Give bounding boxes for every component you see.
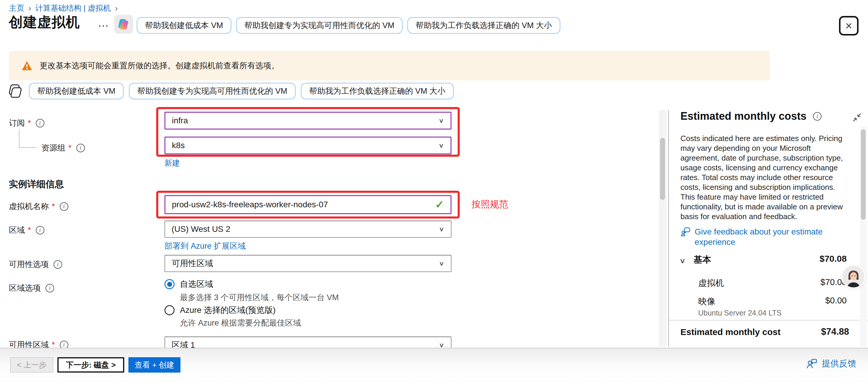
- subscription-label-text: 订阅: [9, 118, 25, 128]
- zone-option-azure-select[interactable]: Azure 选择的区域(预览版): [164, 304, 276, 316]
- header-copilot-buttons: 帮助我创建低成本 VM 帮助我创建专为实现高可用性而优化的 VM 帮助我为工作负…: [137, 17, 560, 34]
- chevron-down-icon: ∨: [438, 117, 444, 125]
- copilot-button[interactable]: [114, 15, 133, 34]
- cost-row-label: 虚拟机: [698, 277, 724, 289]
- cost-group-value: $70.08: [769, 254, 847, 264]
- suggestion-vm-size-button[interactable]: 帮助我为工作负载选择正确的 VM 大小: [301, 83, 454, 99]
- assistant-avatar[interactable]: [842, 265, 864, 287]
- valid-check-icon: ✓: [435, 198, 444, 211]
- breadcrumb-separator-icon: ›: [115, 4, 118, 13]
- chevron-down-icon: ∨: [439, 260, 444, 267]
- cost-divider: [669, 320, 868, 321]
- review-create-button[interactable]: 查看 + 创建: [128, 357, 181, 373]
- estimate-feedback-text: Give feedback about your estimate experi…: [695, 226, 848, 247]
- info-icon[interactable]: i: [45, 284, 54, 292]
- zone-option-self-select-label: 自选区域: [180, 279, 213, 290]
- vm-name-label: 虚拟机名称* i: [9, 201, 68, 212]
- person-feedback-icon: [806, 358, 818, 369]
- create-new-resource-group-link[interactable]: 新建: [164, 158, 180, 168]
- breadcrumb: 主页 › 计算基础结构 | 虚拟机 ›: [9, 3, 118, 13]
- next-step-disks-button[interactable]: 下一步: 磁盘 >: [57, 357, 124, 373]
- cost-group-label[interactable]: 基本: [693, 254, 711, 266]
- warning-banner: 更改基本选项可能会重置所做的选择。创建虚拟机前查看所有选项。: [9, 51, 770, 81]
- copilot-outline-icon: [6, 82, 24, 100]
- subscription-value: infra: [172, 116, 188, 125]
- info-icon[interactable]: i: [36, 119, 44, 127]
- field-connector-line: [19, 130, 20, 148]
- info-icon[interactable]: i: [813, 112, 822, 121]
- info-icon[interactable]: i: [60, 202, 68, 211]
- feedback-bubbles-icon: [680, 226, 691, 237]
- region-select[interactable]: (US) West US 2 ∨: [164, 221, 452, 238]
- info-icon[interactable]: i: [36, 226, 44, 234]
- zone-options-label: 区域选项 i: [9, 283, 54, 293]
- required-mark: *: [28, 226, 31, 235]
- cost-panel-description: Costs indicated here are estimates only.…: [680, 134, 849, 222]
- cost-row-label: 映像: [698, 296, 715, 308]
- chevron-down-icon[interactable]: ∨: [679, 257, 686, 265]
- resource-group-select[interactable]: k8s ∨: [164, 137, 452, 154]
- breadcrumb-virtual-machines[interactable]: 计算基础结构 | 虚拟机: [35, 3, 111, 13]
- region-label-text: 区域: [9, 225, 25, 235]
- previous-step-button[interactable]: < 上一步: [10, 357, 53, 373]
- collapse-panel-icon[interactable]: [852, 113, 862, 124]
- resource-group-label: 资源组* i: [41, 142, 85, 153]
- close-button[interactable]: ×: [839, 16, 859, 35]
- wizard-footer: < 上一步 下一步: 磁盘 > 查看 + 创建 提供反馈: [0, 348, 868, 385]
- cost-panel-header: Estimated monthly costs i: [680, 110, 822, 122]
- vm-name-value: prod-usw2-k8s-freeleaps-worker-nodes-07: [172, 200, 328, 210]
- zone-option-self-select[interactable]: 自选区域: [164, 279, 213, 290]
- region-label: 区域* i: [9, 225, 44, 235]
- region-value: (US) West US 2: [172, 224, 230, 234]
- instance-details-section-header: 实例详细信息: [9, 178, 64, 190]
- radio-unselected-icon: [164, 305, 175, 315]
- availability-options-select[interactable]: 可用性区域 ∨: [164, 255, 452, 272]
- subscription-label: 订阅* i: [9, 118, 44, 128]
- availability-options-value: 可用性区域: [172, 258, 213, 269]
- info-icon[interactable]: i: [54, 260, 62, 269]
- cost-row-value: $70.08: [769, 277, 847, 287]
- more-options-icon[interactable]: …: [98, 17, 110, 29]
- required-mark: *: [52, 202, 55, 211]
- radio-selected-icon: [164, 279, 175, 289]
- breadcrumb-home[interactable]: 主页: [9, 3, 24, 13]
- warning-icon: [21, 61, 33, 71]
- field-connector-line: [19, 147, 37, 148]
- close-icon: ×: [845, 19, 852, 33]
- cost-total-label: Estimated monthly cost: [680, 327, 780, 337]
- zone-option-azure-select-label: Azure 选择的区域(预览版): [180, 304, 276, 316]
- page-title: 创建虚拟机: [9, 13, 80, 32]
- suggestion-high-availability-vm-button[interactable]: 帮助我创建专为实现高可用性而优化的 VM: [129, 83, 296, 99]
- help-high-availability-vm-button[interactable]: 帮助我创建专为实现高可用性而优化的 VM: [236, 17, 403, 34]
- vm-name-label-text: 虚拟机名称: [9, 201, 49, 212]
- page-feedback-text: 提供反馈: [822, 358, 856, 370]
- zone-options-label-text: 区域选项: [9, 283, 41, 293]
- cost-total-value: $74.88: [769, 326, 849, 337]
- suggestion-low-cost-vm-button[interactable]: 帮助我创建低成本 VM: [29, 83, 124, 99]
- zone-option-azure-select-desc: 允许 Azure 根据需要分配最佳区域: [180, 318, 301, 328]
- required-mark: *: [68, 143, 71, 153]
- info-icon[interactable]: i: [76, 144, 85, 152]
- estimate-feedback-link[interactable]: Give feedback about your estimate experi…: [680, 226, 848, 247]
- chevron-down-icon: ∨: [438, 142, 444, 149]
- subscription-select[interactable]: infra ∨: [164, 112, 452, 130]
- cost-row-value: $0.00: [769, 296, 847, 306]
- create-vm-page: 主页 › 计算基础结构 | 虚拟机 › 创建虚拟机 … 帮助我创建低成本 VM …: [0, 0, 868, 385]
- page-feedback-link[interactable]: 提供反馈: [806, 358, 856, 370]
- resource-group-label-text: 资源组: [41, 142, 65, 153]
- help-low-cost-vm-button[interactable]: 帮助我创建低成本 VM: [137, 17, 231, 34]
- availability-options-label: 可用性选项 i: [9, 259, 62, 270]
- form-scrollbar-thumb[interactable]: [660, 138, 665, 200]
- zone-option-self-select-desc: 最多选择 3 个可用性区域，每个区域一台 VM: [180, 292, 339, 303]
- vm-name-input[interactable]: prod-usw2-k8s-freeleaps-worker-nodes-07 …: [164, 195, 452, 214]
- resource-group-value: k8s: [172, 141, 185, 150]
- warning-text: 更改基本选项可能会重置所做的选择。创建虚拟机前查看所有选项。: [40, 60, 279, 71]
- cost-row-sub: Ubuntu Server 24.04 LTS: [698, 309, 782, 317]
- panel-scrollbar-thumb[interactable]: [861, 129, 866, 220]
- chevron-down-icon: ∨: [439, 226, 444, 233]
- deploy-extended-zones-link[interactable]: 部署到 Azure 扩展区域: [164, 241, 246, 251]
- breadcrumb-separator-icon: ›: [28, 4, 32, 13]
- help-vm-size-button[interactable]: 帮助我为工作负载选择正确的 VM 大小: [407, 17, 560, 34]
- required-mark: *: [28, 119, 31, 128]
- copilot-suggestions-row: 帮助我创建低成本 VM 帮助我创建专为实现高可用性而优化的 VM 帮助我为工作负…: [6, 82, 454, 100]
